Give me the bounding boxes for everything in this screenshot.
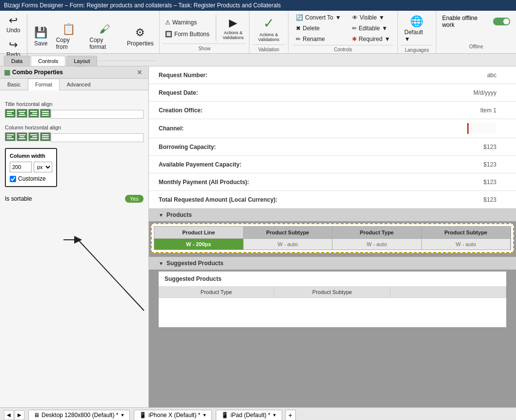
desktop-label: Desktop 1280x800 (Default) * xyxy=(41,412,118,419)
product-line-header: Product Line xyxy=(154,227,244,238)
panel-close-button[interactable]: ✕ xyxy=(135,68,144,76)
form-value-0: abc xyxy=(315,72,506,79)
editable-button[interactable]: ✏ Editable ▼ xyxy=(349,23,394,33)
desktop-tab[interactable]: 🖥 Desktop 1280x800 (Default) * ▼ xyxy=(28,410,130,420)
svg-rect-3 xyxy=(19,111,25,112)
col-align-center-btn[interactable] xyxy=(17,132,27,141)
offline-toggle-row: Enable offline work xyxy=(442,15,510,28)
title-align-row xyxy=(5,109,144,120)
editable-label: Editable xyxy=(359,25,380,32)
languages-group-label: Languages xyxy=(401,45,433,53)
undo-label: Undo xyxy=(6,27,21,34)
form-buttons-button[interactable]: 🔲 Form Buttons xyxy=(162,29,213,39)
svg-rect-19 xyxy=(32,136,37,137)
nav-right-button[interactable]: ▶ xyxy=(15,410,24,420)
undo-button[interactable]: ↩ Undo xyxy=(3,13,24,36)
validation-button[interactable]: ✓ Actions &Validations xyxy=(255,13,283,44)
controls-content: 🔄 Convert To ▼ ✖ Delete ✏ Rename 👁 Visib… xyxy=(292,13,393,44)
form-label-3: Channel: xyxy=(159,125,315,132)
title-align-center-btn[interactable] xyxy=(17,109,27,118)
convert-arrow: ▼ xyxy=(335,14,341,21)
delete-icon: ✖ xyxy=(296,25,301,32)
copy-format-button[interactable]: 🖌 Copy format xyxy=(86,21,123,53)
col-width-row: px % xyxy=(10,162,52,172)
visible-icon: 👁 xyxy=(352,14,358,21)
ribbon: ↩ Undo ↪ Redo 💾 Save 📋 Copy from xyxy=(0,11,516,54)
save-icon: 💾 xyxy=(34,26,47,39)
delete-button[interactable]: ✖ Delete xyxy=(292,23,345,33)
svg-rect-13 xyxy=(7,136,12,137)
ribbon-group-languages: 🌐 Default ▼ Languages xyxy=(398,11,436,53)
title-align-left-btn[interactable] xyxy=(5,109,16,118)
sug-extra-col xyxy=(391,287,506,297)
main-area: ▦ Combo Properties ✕ Basic Format Advanc… xyxy=(0,66,516,407)
col-align-justify-btn[interactable] xyxy=(40,132,51,141)
nav-left-button[interactable]: ◀ xyxy=(4,410,14,420)
properties-button[interactable]: ⚙ Properties xyxy=(124,24,156,49)
col-width-title: Column width xyxy=(10,153,52,159)
col-align-left-btn[interactable] xyxy=(5,132,16,141)
controls-left: 🔄 Convert To ▼ ✖ Delete ✏ Rename xyxy=(292,13,345,44)
required-label: Required xyxy=(359,36,383,42)
form-label-1: Request Date: xyxy=(159,89,315,96)
default-language-button[interactable]: 🌐 Default ▼ xyxy=(401,13,433,45)
add-device-tab-button[interactable]: + xyxy=(285,410,296,420)
tab-layout[interactable]: Layout xyxy=(66,56,97,66)
col-width-unit-select[interactable]: px % xyxy=(34,162,52,172)
customize-checkbox[interactable] xyxy=(10,176,16,182)
combo-icon: ▦ xyxy=(4,68,10,76)
required-arrow: ▼ xyxy=(384,36,390,42)
customize-label: Customize xyxy=(18,175,46,182)
show-group-label: Show xyxy=(163,43,246,51)
offline-group-label: Offline xyxy=(442,44,510,49)
col-align-buttons xyxy=(5,132,51,141)
controls-right: 👁 Visible ▼ ✏ Editable ▼ ✱ Required ▼ xyxy=(349,13,394,44)
svg-rect-9 xyxy=(42,111,49,112)
channel-input[interactable] xyxy=(467,123,496,134)
visible-arrow: ▼ xyxy=(379,14,385,21)
col-align-right-btn[interactable] xyxy=(28,132,39,141)
products-table-data-row: W - 200px W - auto W - auto W - auto xyxy=(154,239,511,250)
rename-icon: ✏ xyxy=(296,36,301,42)
warning-icon: ⚠ xyxy=(165,19,170,26)
col-width-input[interactable] xyxy=(10,162,32,172)
copy-from-button[interactable]: 📋 Copy from xyxy=(53,21,85,53)
svg-rect-2 xyxy=(7,115,14,116)
suggested-empty-rows xyxy=(159,298,506,327)
title-align-justify-btn[interactable] xyxy=(40,109,51,118)
required-button[interactable]: ✱ Required ▼ xyxy=(349,34,394,44)
tab-controls[interactable]: Controls xyxy=(31,56,65,66)
panel-tab-basic[interactable]: Basic xyxy=(0,79,28,90)
tab-data[interactable]: Data xyxy=(4,56,30,66)
title-align-right-btn[interactable] xyxy=(28,109,39,118)
offline-toggle[interactable] xyxy=(493,18,510,25)
warnings-button[interactable]: ⚠ Warnings xyxy=(162,18,213,27)
ribbon-group-validation: ✓ Actions &Validations Validation xyxy=(249,11,289,53)
warnings-label: Warnings xyxy=(172,19,197,26)
save-button[interactable]: 💾 Save xyxy=(30,24,52,49)
rename-button[interactable]: ✏ Rename xyxy=(292,34,345,44)
ipad-chevron: ▼ xyxy=(272,413,277,418)
suggested-title: Suggested Products xyxy=(166,260,224,267)
ipad-tab[interactable]: 📱 iPad (Default) * ▼ xyxy=(216,410,282,420)
left-panel: ▦ Combo Properties ✕ Basic Format Advanc… xyxy=(0,66,149,407)
iphone-label: iPhone X (Default) * xyxy=(148,412,200,419)
copy-format-icon: 🖌 xyxy=(99,23,110,36)
product-subtype-cell-1: W - auto xyxy=(244,239,333,250)
iphone-chevron: ▼ xyxy=(202,413,206,418)
form-row-5: Available Payement Capacity: $123 xyxy=(149,156,516,173)
properties-icon: ⚙ xyxy=(135,26,145,39)
actions-icon: ▶ xyxy=(229,17,237,29)
actions-validations-button[interactable]: ▶ Actions &Validations xyxy=(219,14,247,42)
svg-rect-6 xyxy=(30,111,37,112)
iphone-tab[interactable]: 📱 iPhone X (Default) * ▼ xyxy=(134,410,212,420)
svg-rect-20 xyxy=(30,138,37,139)
panel-tab-format[interactable]: Format xyxy=(28,79,60,90)
convert-to-button[interactable]: 🔄 Convert To ▼ xyxy=(292,13,345,22)
visible-button[interactable]: 👁 Visible ▼ xyxy=(349,13,394,22)
svg-rect-8 xyxy=(30,115,37,116)
panel-tab-advanced[interactable]: Advanced xyxy=(60,79,98,90)
controls-group-label: Controls xyxy=(292,45,393,52)
title-align-spacer xyxy=(51,110,144,119)
sep1 xyxy=(27,15,27,59)
